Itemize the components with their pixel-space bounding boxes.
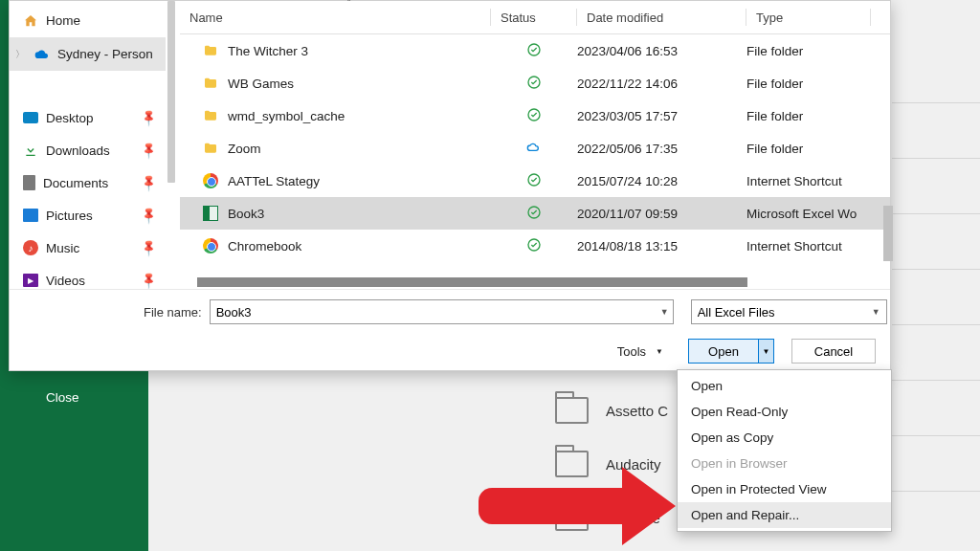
sidebar-item-label: Documents bbox=[43, 176, 108, 190]
file-row[interactable]: wmd_symbol_cache2023/03/05 17:57File fol… bbox=[180, 99, 890, 132]
file-row[interactable]: The Witcher 32023/04/06 16:53File folder bbox=[180, 34, 890, 67]
chrome-icon bbox=[203, 173, 218, 188]
file-open-dialog: Home 〉 Sydney - Person Desktop📌 Download… bbox=[9, 0, 891, 371]
file-type: Internet Shortcut bbox=[746, 174, 871, 188]
file-date: 2015/07/24 10:28 bbox=[577, 174, 746, 188]
cancel-button[interactable]: Cancel bbox=[791, 339, 876, 364]
sidebar-item-label: Pictures bbox=[46, 209, 93, 223]
chevron-down-icon: ▼ bbox=[872, 307, 880, 317]
status-cloud-icon bbox=[526, 140, 542, 158]
pin-icon: 📌 bbox=[139, 108, 159, 128]
folder-outline-icon bbox=[555, 397, 589, 424]
sidebar-scrollbar[interactable] bbox=[167, 1, 175, 183]
tools-button[interactable]: Tools▼ bbox=[610, 341, 671, 363]
column-header-status[interactable]: Status bbox=[491, 1, 577, 33]
column-header-type[interactable]: Type bbox=[746, 1, 871, 33]
open-options-menu: Open Open Read-Only Open as Copy Open in… bbox=[677, 369, 892, 532]
open-split-button[interactable]: Open ▼ bbox=[688, 339, 774, 364]
file-name: Chromebook bbox=[228, 239, 301, 253]
sidebar-item-music[interactable]: ♪Music📌 bbox=[10, 231, 166, 264]
desktop-icon bbox=[23, 112, 38, 123]
close-label[interactable]: Close bbox=[46, 390, 79, 405]
file-name: The Witcher 3 bbox=[228, 44, 308, 58]
file-row[interactable]: WB Games2022/11/22 14:06File folder bbox=[180, 67, 890, 99]
file-row[interactable]: Chromebook2014/08/18 13:15Internet Short… bbox=[180, 230, 890, 262]
status-check-icon bbox=[526, 172, 542, 190]
filetype-dropdown[interactable]: All Excel Files ▼ bbox=[691, 299, 887, 324]
file-date: 2020/11/07 09:59 bbox=[577, 207, 746, 221]
status-check-icon bbox=[526, 237, 542, 255]
sidebar-item-documents[interactable]: Documents📌 bbox=[10, 166, 166, 199]
folder-outline-icon bbox=[555, 451, 589, 477]
sidebar-item-pictures[interactable]: Pictures📌 bbox=[10, 199, 166, 231]
folder-icon bbox=[203, 108, 218, 123]
filename-input[interactable] bbox=[210, 299, 674, 324]
video-icon: ▶ bbox=[23, 274, 38, 287]
pictures-icon bbox=[23, 209, 38, 222]
file-row[interactable]: Zoom2022/05/06 17:35File folder bbox=[180, 132, 890, 165]
sidebar-item-downloads[interactable]: Downloads📌 bbox=[10, 134, 166, 166]
pin-icon: 📌 bbox=[139, 141, 159, 161]
file-type: Internet Shortcut bbox=[746, 239, 871, 253]
sidebar-item-personal[interactable]: 〉 Sydney - Person bbox=[10, 37, 166, 71]
filename-label: File name: bbox=[144, 305, 202, 320]
menu-item-open-protected[interactable]: Open in Protected View bbox=[678, 476, 891, 502]
file-type: Microsoft Excel Wo bbox=[746, 207, 871, 221]
file-type: File folder bbox=[746, 142, 871, 156]
sidebar-item-label: Music bbox=[46, 241, 79, 255]
column-headers: Name Status Date modified Type bbox=[180, 1, 890, 34]
chevron-down-icon: ▼ bbox=[656, 347, 663, 356]
file-name: WB Games bbox=[228, 77, 294, 91]
sidebar-item-label: Home bbox=[46, 13, 80, 28]
sidebar-item-home[interactable]: Home bbox=[10, 4, 166, 37]
file-name: AATTeL Stategy bbox=[228, 174, 320, 188]
sidebar: Home 〉 Sydney - Person Desktop📌 Download… bbox=[10, 1, 166, 290]
menu-item-open-copy[interactable]: Open as Copy bbox=[678, 425, 891, 451]
file-name: Book3 bbox=[228, 207, 264, 221]
file-type: File folder bbox=[746, 44, 871, 58]
open-button[interactable]: Open bbox=[689, 340, 758, 363]
sidebar-item-label: Videos bbox=[46, 274, 85, 288]
sidebar-item-desktop[interactable]: Desktop📌 bbox=[10, 101, 166, 134]
file-list: ˆ Name Status Date modified Type The Wit… bbox=[180, 1, 890, 290]
menu-item-open-browser: Open in Browser bbox=[678, 451, 891, 476]
column-header-date[interactable]: Date modified bbox=[577, 1, 746, 33]
vertical-scrollbar[interactable] bbox=[883, 206, 893, 261]
music-icon: ♪ bbox=[23, 240, 38, 255]
excel-icon bbox=[203, 206, 218, 221]
file-name: Zoom bbox=[228, 142, 261, 156]
home-icon bbox=[23, 13, 38, 29]
menu-item-open-repair[interactable]: Open and Repair... bbox=[678, 502, 891, 528]
download-icon bbox=[23, 143, 38, 158]
status-check-icon bbox=[526, 42, 542, 60]
bg-folder[interactable]: Assetto C bbox=[555, 397, 668, 424]
open-dropdown-toggle[interactable]: ▼ bbox=[758, 340, 773, 363]
file-type: File folder bbox=[746, 109, 871, 123]
horizontal-scrollbar[interactable] bbox=[197, 277, 877, 287]
pin-icon: 📌 bbox=[139, 173, 159, 193]
pin-icon: 📌 bbox=[139, 206, 159, 226]
file-row[interactable]: Book32020/11/07 09:59Microsoft Excel Wo bbox=[180, 197, 890, 230]
menu-item-open[interactable]: Open bbox=[678, 373, 891, 399]
menu-item-open-readonly[interactable]: Open Read-Only bbox=[678, 399, 891, 425]
sidebar-item-label: Sydney - Person bbox=[57, 47, 153, 61]
folder-icon bbox=[203, 76, 218, 91]
file-name: wmd_symbol_cache bbox=[228, 109, 345, 123]
file-type: File folder bbox=[746, 77, 871, 91]
folder-icon bbox=[203, 141, 218, 156]
pin-icon: 📌 bbox=[139, 271, 159, 291]
status-check-icon bbox=[526, 205, 542, 223]
filetype-label: All Excel Files bbox=[698, 305, 775, 320]
folder-icon bbox=[203, 43, 218, 58]
sidebar-item-label: Desktop bbox=[46, 111, 94, 125]
file-date: 2014/08/18 13:15 bbox=[577, 239, 746, 253]
file-date: 2023/03/05 17:57 bbox=[577, 109, 746, 123]
chevron-right-icon: 〉 bbox=[15, 48, 25, 61]
file-date: 2022/05/06 17:35 bbox=[577, 142, 746, 156]
column-header-name[interactable]: Name bbox=[180, 1, 491, 33]
dialog-footer: File name: ▼ All Excel Files ▼ Tools▼ Op… bbox=[10, 289, 890, 370]
file-row[interactable]: AATTeL Stategy2015/07/24 10:28Internet S… bbox=[180, 165, 890, 197]
status-check-icon bbox=[526, 107, 542, 125]
sidebar-item-label: Downloads bbox=[46, 143, 110, 158]
file-date: 2022/11/22 14:06 bbox=[577, 77, 746, 91]
